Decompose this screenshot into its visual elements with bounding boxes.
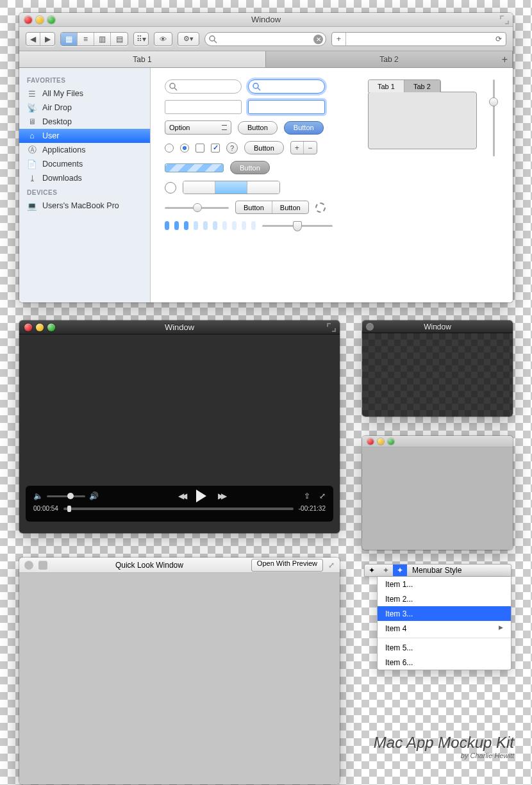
slider-pointer[interactable]	[262, 220, 333, 231]
volume-low-icon[interactable]: 🔈	[33, 492, 43, 500]
sidebar-item-all-files[interactable]: ☰All My Files	[19, 87, 150, 101]
menubar-extra-icon[interactable]: ✦	[365, 565, 379, 576]
nav-back-forward[interactable]: ◀▶	[26, 32, 55, 46]
tab-1[interactable]: Tab 1	[19, 51, 266, 67]
search-field[interactable]	[165, 79, 242, 94]
search-icon	[169, 83, 178, 91]
window-title: Quick Look Window	[53, 561, 246, 570]
laptop-icon: 💻	[27, 201, 37, 211]
sidebar-item-applications[interactable]: ⒶApplications	[19, 143, 150, 157]
mini-tabs[interactable]: Tab 1 Tab 2	[368, 79, 441, 92]
radio-unchecked[interactable]	[165, 144, 174, 153]
menu-item[interactable]: Item 2...	[378, 591, 511, 606]
push-button[interactable]: Button	[238, 121, 278, 135]
new-tab-icon[interactable]: +	[502, 54, 508, 65]
panel-window	[362, 436, 513, 550]
view-mode-segmented[interactable]: ▦ ≡ ▥ ▤	[60, 32, 128, 46]
radio-checked[interactable]	[180, 144, 189, 153]
forward-icon[interactable]: ▶▶	[218, 492, 224, 500]
select-dropdown[interactable]: Option	[165, 120, 231, 135]
menubar-mock: ✦ ✦ ✦ Menubar Style Item 1... Item 2... …	[364, 564, 511, 670]
titlebar[interactable]: Window	[19, 13, 513, 27]
volume-slider[interactable]	[47, 495, 85, 497]
downloads-icon: ⤓	[27, 173, 37, 183]
kit-author: by Charlie Hewitt	[374, 752, 514, 759]
vertical-slider[interactable]	[488, 79, 499, 156]
quicklook-window: Quick Look Window Open With Preview ⤢	[19, 558, 340, 784]
menu-item[interactable]: Item 5...	[378, 640, 511, 655]
toolbar-search[interactable]: ✕	[204, 32, 326, 46]
back-icon: ◀	[26, 33, 40, 45]
sidebar-item-airdrop[interactable]: 📡Air Drop	[19, 101, 150, 115]
mini-tab-2[interactable]: Tab 2	[404, 80, 440, 92]
push-button-2[interactable]: Button	[244, 141, 284, 154]
plus-icon: +	[291, 142, 304, 154]
apps-icon: Ⓐ	[27, 145, 37, 155]
desktop-icon: 🖥	[27, 117, 37, 127]
sidebar: FAVORITES ☰All My Files 📡Air Drop 🖥Deskt…	[19, 68, 151, 302]
search-field-focused[interactable]	[248, 79, 325, 94]
button-group[interactable]: ButtonButton	[235, 201, 309, 214]
sidebar-item-desktop[interactable]: 🖥Desktop	[19, 115, 150, 129]
fullscreen-icon[interactable]	[500, 15, 509, 24]
finder-window: Window ◀▶ ▦ ≡ ▥ ▤ ⠿▾ 👁 ⚙▾ ✕ + ⟳ Tab 1 Ta…	[19, 13, 513, 302]
action-dropdown[interactable]: ⚙▾	[178, 32, 199, 46]
menu-item[interactable]: Item 6...	[378, 655, 511, 670]
menubar-extra-icon[interactable]: ✦	[379, 565, 393, 576]
url-field[interactable]: + ⟳	[331, 32, 506, 46]
open-with-button[interactable]: Open With Preview	[251, 559, 323, 572]
menu-item[interactable]: Item 1...	[378, 577, 511, 591]
mini-tab-1[interactable]: Tab 1	[369, 80, 404, 92]
close-icon[interactable]	[367, 438, 374, 445]
slider[interactable]	[165, 202, 229, 213]
clear-search-icon[interactable]: ✕	[313, 35, 323, 44]
spinner-icon	[315, 202, 326, 213]
reload-icon[interactable]: ⟳	[495, 35, 502, 44]
minimize-icon[interactable]	[378, 438, 384, 445]
fullscreen-icon[interactable]	[327, 323, 336, 332]
text-field[interactable]	[165, 100, 242, 114]
time-remaining: -00:21:32	[299, 505, 326, 512]
menubar-extra-icon-selected[interactable]: ✦	[393, 565, 407, 576]
sidebar-item-downloads[interactable]: ⤓Downloads	[19, 171, 150, 185]
sidebar-heading-favorites: FAVORITES	[19, 73, 150, 87]
zoom-icon[interactable]	[388, 438, 394, 445]
push-button-grey[interactable]: Button	[230, 161, 270, 174]
segmented-control[interactable]	[183, 181, 280, 194]
share-icon[interactable]: ⇪	[304, 492, 310, 500]
close-icon[interactable]	[24, 561, 33, 570]
footer: Mac App Mockup Kit by Charlie Hewitt	[374, 734, 514, 759]
push-button-default[interactable]: Button	[284, 121, 324, 135]
search-icon	[253, 83, 261, 91]
mini-tabs-body	[368, 92, 477, 149]
titlebar[interactable]: Window	[19, 320, 340, 335]
arrange-dropdown[interactable]: ⠿▾	[133, 32, 149, 46]
docs-icon: 📄	[27, 159, 37, 169]
help-button[interactable]: ?	[226, 142, 238, 154]
round-well[interactable]	[165, 182, 176, 194]
volume-high-icon[interactable]: 🔊	[89, 492, 99, 500]
scrubber[interactable]	[63, 508, 294, 510]
titlebar[interactable]: Window	[362, 320, 513, 333]
page-indicator[interactable]	[165, 221, 256, 230]
sidebar-item-documents[interactable]: 📄Documents	[19, 157, 150, 171]
checkbox-unchecked[interactable]	[195, 144, 204, 153]
sidebar-item-device[interactable]: 💻Users's MacBook Pro	[19, 199, 150, 213]
add-bookmark-icon[interactable]: +	[332, 33, 346, 45]
tab-2[interactable]: Tab 2	[266, 51, 513, 67]
stepper[interactable]: +−	[290, 141, 317, 154]
play-icon[interactable]	[196, 490, 206, 502]
checkbox-checked[interactable]: ✓	[211, 144, 220, 153]
titlebar[interactable]	[362, 436, 513, 447]
expand-icon[interactable]	[38, 561, 47, 570]
menubar[interactable]: ✦ ✦ ✦ Menubar Style	[364, 564, 511, 577]
quicklook-button[interactable]: 👁	[154, 32, 172, 46]
rewind-icon[interactable]: ◀◀	[178, 492, 185, 500]
fullscreen-icon[interactable]: ⤢	[328, 561, 335, 570]
text-field-focused[interactable]	[248, 100, 325, 114]
menu-item-selected[interactable]: Item 3...	[378, 606, 511, 621]
titlebar[interactable]: Quick Look Window Open With Preview ⤢	[19, 558, 340, 573]
sidebar-item-user[interactable]: ⌂User	[19, 129, 150, 143]
menu-item-submenu[interactable]: Item 4	[378, 621, 511, 636]
fullscreen-icon[interactable]: ⤢	[319, 492, 326, 500]
